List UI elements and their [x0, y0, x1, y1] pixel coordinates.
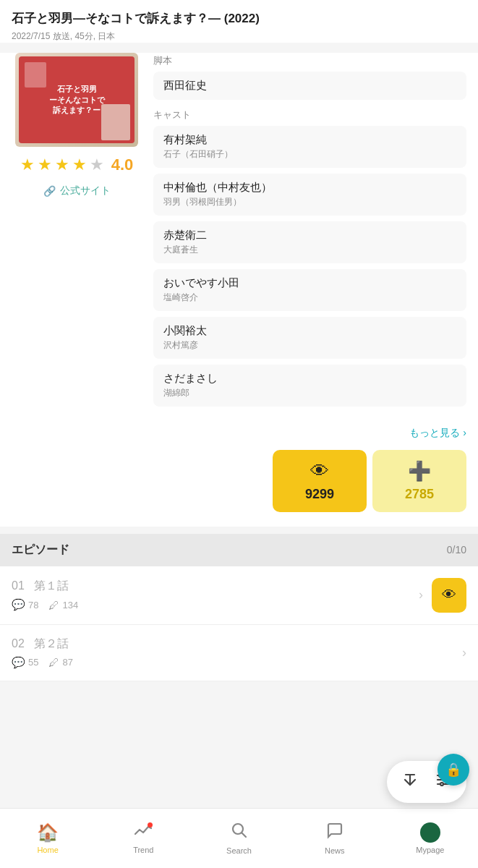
news-icon — [326, 822, 343, 843]
episode-arrow-0: › — [419, 587, 423, 603]
nav-mypage-label: Mypage — [416, 846, 444, 854]
cast-card-5[interactable]: さだまさし 湖綿郎 — [153, 365, 466, 407]
right-col: 脚本 西田征史 キャスト 有村架純 石子（石田硝子） 中村倫也（中村友也） 羽男… — [153, 53, 466, 412]
episode-comments-0: 💬 78 — [12, 598, 38, 611]
main-info: 石子と羽男ーそんなコトで訴えます？ー ★ ★ ★ ★ ★ 4.0 🔗 公式サイト… — [0, 53, 478, 424]
official-link[interactable]: 🔗 公式サイト — [43, 184, 111, 197]
script-card: 西田征史 — [153, 72, 466, 100]
top-section: 石子と羽男—そなコトで訴えます？— (2022) 2022/7/15 放送, 4… — [0, 0, 478, 43]
svg-line-9 — [242, 833, 246, 838]
more-link-button[interactable]: もっと見る › — [409, 427, 466, 440]
episode-bookmarks-1: 🖊 87 — [48, 656, 72, 668]
more-link-label: もっと見る › — [409, 427, 466, 440]
star-3: ★ — [55, 156, 69, 174]
episode-num-0: 01 — [12, 579, 25, 592]
cast-role-3: 塩崎啓介 — [163, 292, 456, 304]
eye-icon: 👁 — [310, 460, 329, 482]
nav-home[interactable]: 🏠 Home — [0, 815, 95, 861]
star-row: ★ ★ ★ ★ ★ 4.0 — [20, 156, 134, 174]
add-count: 2785 — [405, 487, 434, 502]
episode-bookmarks-0: 🖊 134 — [48, 599, 78, 611]
episode-stats-1: 💬 55 🖊 87 — [12, 656, 453, 669]
sort-button[interactable] — [398, 768, 422, 796]
rating-value: 4.0 — [111, 156, 134, 174]
nav-trend[interactable]: Trend — [95, 815, 191, 861]
star-2: ★ — [38, 156, 52, 174]
comment-icon-1: 💬 — [12, 656, 25, 669]
nav-search-label: Search — [226, 846, 252, 855]
link-icon: 🔗 — [43, 185, 56, 197]
episode-num-1: 02 — [12, 637, 25, 650]
cast-role-4: 沢村篤彦 — [163, 339, 456, 352]
cast-name-0: 有村架純 — [163, 133, 456, 147]
cast-card-4[interactable]: 小関裕太 沢村篤彦 — [153, 317, 466, 359]
bookmark-icon-0: 🖊 — [48, 599, 59, 611]
watch-button[interactable]: 👁 9299 — [273, 450, 367, 512]
bottom-nav: 🏠 Home Trend Search News Mypage — [0, 808, 478, 868]
cast-card-2[interactable]: 赤楚衛二 大庭蒼生 — [153, 221, 466, 263]
cast-card-3[interactable]: おいでやす小田 塩崎啓介 — [153, 269, 466, 311]
trend-notification-dot — [148, 822, 153, 827]
cast-name-1: 中村倫也（中村友也） — [163, 181, 456, 195]
cast-name-5: さだまさし — [163, 372, 456, 386]
add-button[interactable]: ➕ 2785 — [372, 450, 466, 512]
cast-name-4: 小関裕太 — [163, 324, 456, 338]
cast-name-3: おいでやす小田 — [163, 276, 456, 290]
cast-card-0[interactable]: 有村架純 石子（石田硝子） — [153, 126, 466, 168]
episodes-header: エピソード 0/10 — [0, 534, 478, 566]
poster-text: 石子と羽男ーそんなコトで訴えます？ー — [46, 81, 108, 118]
watch-count: 9299 — [305, 487, 334, 502]
episode-arrow-1: › — [462, 645, 466, 660]
episode-num-title-0: 01 第１話 — [12, 579, 410, 594]
star-4: ★ — [72, 156, 87, 174]
episode-title-0: 第１話 — [34, 579, 69, 592]
bookmark-icon-1: 🖊 — [48, 656, 59, 668]
episode-stats-0: 💬 78 🖊 134 — [12, 598, 410, 611]
cast-role-2: 大庭蒼生 — [163, 244, 456, 256]
nav-mypage[interactable]: Mypage — [383, 815, 478, 861]
nav-news-label: News — [325, 846, 345, 855]
page-title: 石子と羽男—そなコトで訴えます？— (2022) — [12, 10, 466, 27]
cast-card-1[interactable]: 中村倫也（中村友也） 羽男（羽根岡佳男） — [153, 174, 466, 216]
cast-role-1: 羽男（羽根岡佳男） — [163, 196, 456, 208]
episode-left-0: 01 第１話 💬 78 🖊 134 — [12, 579, 410, 611]
comment-icon-0: 💬 — [12, 598, 25, 611]
episode-watch-button-0[interactable]: 👁 — [432, 578, 466, 613]
episode-eye-icon-0: 👁 — [442, 587, 456, 603]
nav-search[interactable]: Search — [191, 814, 286, 862]
mypage-avatar — [420, 822, 440, 843]
svg-point-7 — [440, 783, 443, 786]
nav-trend-label: Trend — [133, 846, 153, 854]
episode-left-1: 02 第２話 💬 55 🖊 87 — [12, 637, 453, 669]
poster: 石子と羽男ーそんなコトで訴えます？ー — [15, 53, 138, 147]
episode-comments-1: 💬 55 — [12, 656, 38, 669]
script-label: 脚本 — [153, 54, 466, 67]
episode-item-0[interactable]: 01 第１話 💬 78 🖊 134 › 👁 — [0, 566, 478, 625]
home-icon: 🏠 — [37, 822, 59, 843]
script-writer: 西田征史 — [163, 79, 456, 93]
more-link-row: もっと見る › — [0, 424, 478, 450]
page-subtitle: 2022/7/15 放送, 45分, 日本 — [12, 30, 466, 43]
search-icon — [231, 822, 248, 843]
episode-title-1: 第２話 — [34, 637, 69, 650]
episodes-count: 0/10 — [447, 544, 466, 556]
official-link-label: 公式サイト — [60, 184, 111, 197]
cast-role-5: 湖綿郎 — [163, 387, 456, 399]
cast-label: キャスト — [153, 109, 466, 122]
episode-item-1[interactable]: 02 第２話 💬 55 🖊 87 › — [0, 625, 478, 681]
add-icon: ➕ — [408, 460, 431, 482]
float-container: 🔒 — [387, 761, 466, 803]
episodes-title: エピソード — [12, 542, 69, 558]
star-5-half: ★ — [90, 156, 104, 174]
episode-num-title-1: 02 第２話 — [12, 637, 453, 652]
nav-news[interactable]: News — [287, 814, 383, 862]
cast-role-0: 石子（石田硝子） — [163, 148, 456, 161]
lock-button[interactable]: 🔒 — [438, 754, 469, 786]
left-col: 石子と羽男ーそんなコトで訴えます？ー ★ ★ ★ ★ ★ 4.0 🔗 公式サイト — [12, 53, 142, 412]
nav-home-label: Home — [37, 846, 58, 854]
action-buttons: 👁 9299 ➕ 2785 — [0, 450, 478, 527]
cast-name-2: 赤楚衛二 — [163, 229, 456, 242]
star-1: ★ — [20, 156, 35, 174]
